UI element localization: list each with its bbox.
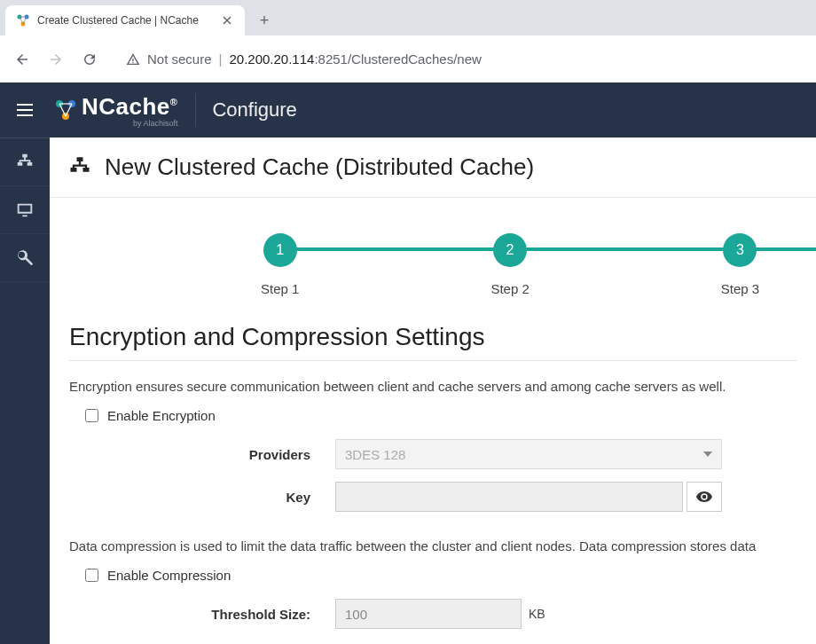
logo[interactable]: NCache® by Alachisoft <box>50 82 192 137</box>
not-secure-icon <box>126 52 140 67</box>
eye-icon <box>696 491 712 502</box>
address-field[interactable]: Not secure | 20.200.20.114:8251/Clustere… <box>115 44 809 75</box>
step-circle: 1 <box>263 233 297 267</box>
enable-compression-checkbox[interactable] <box>85 569 98 582</box>
providers-label: Providers <box>69 447 335 462</box>
monitor-icon <box>15 200 35 220</box>
back-button[interactable] <box>7 44 37 75</box>
encryption-description: Encryption ensures secure communication … <box>69 377 796 396</box>
section-title: Encryption and Compression Settings <box>69 323 796 361</box>
step-label: Step 2 <box>490 281 529 296</box>
compression-description: Data compression is used to limit the da… <box>69 537 796 555</box>
sidebar-item-clustered[interactable] <box>0 138 50 186</box>
step-1[interactable]: 1 Step 1 <box>261 233 299 296</box>
address-host: 20.200.20.114 <box>229 51 314 67</box>
step-label: Step 3 <box>721 281 759 296</box>
sidebar <box>0 137 50 644</box>
page-title: New Clustered Cache (Distributed Cache) <box>105 153 534 181</box>
menu-button[interactable] <box>0 82 50 137</box>
tab-close-icon[interactable] <box>220 13 234 27</box>
threshold-unit: KB <box>529 607 545 621</box>
address-separator: | <box>219 51 223 67</box>
main-content: New Clustered Cache (Distributed Cache) … <box>50 137 816 644</box>
reveal-key-button[interactable] <box>687 482 722 512</box>
reload-button[interactable] <box>75 44 105 75</box>
sidebar-item-local[interactable] <box>0 186 50 234</box>
key-input[interactable] <box>335 482 683 512</box>
step-3[interactable]: 3 Step 3 <box>721 233 759 296</box>
browser-tab[interactable]: Create Clustered Cache | NCache <box>5 5 245 35</box>
tab-favicon-icon <box>16 13 30 27</box>
not-secure-label: Not secure <box>147 51 212 67</box>
enable-encryption-checkbox[interactable] <box>85 409 98 422</box>
step-circle: 3 <box>723 233 757 267</box>
step-circle: 2 <box>493 233 527 267</box>
address-path: :8251/ClusteredCaches/new <box>314 51 481 67</box>
browser-chrome: Create Clustered Cache | NCache + Not se… <box>0 0 816 82</box>
step-2[interactable]: 2 Step 2 <box>490 233 529 296</box>
wrench-icon <box>15 248 35 268</box>
tab-title: Create Clustered Cache | NCache <box>37 14 213 27</box>
enable-encryption-label: Enable Encryption <box>107 408 216 423</box>
svg-line-10 <box>66 104 72 116</box>
tab-bar: Create Clustered Cache | NCache + <box>0 0 816 35</box>
sidebar-item-tools[interactable] <box>0 234 50 282</box>
header-section: Configure <box>212 98 296 122</box>
key-label: Key <box>69 490 335 505</box>
brand-name: NCache <box>82 93 170 120</box>
providers-select[interactable]: 3DES 128 <box>335 439 722 469</box>
address-bar: Not secure | 20.200.20.114:8251/Clustere… <box>0 35 816 82</box>
app-header: NCache® by Alachisoft Configure <box>0 82 816 137</box>
enable-compression-label: Enable Compression <box>107 568 231 583</box>
svg-line-11 <box>59 104 66 116</box>
threshold-input[interactable] <box>335 599 522 629</box>
step-label: Step 1 <box>261 281 299 296</box>
hamburger-icon <box>17 104 33 116</box>
sitemap-icon <box>15 153 35 172</box>
header-divider <box>195 93 196 127</box>
forward-button[interactable] <box>41 44 71 75</box>
threshold-label: Threshold Size: <box>69 607 335 622</box>
page-header: New Clustered Cache (Distributed Cache) <box>50 137 816 193</box>
brand-icon <box>53 98 78 122</box>
stepper: 1 Step 1 2 Step 2 3 Step 3 <box>50 198 816 305</box>
new-tab-button[interactable]: + <box>252 8 277 33</box>
sitemap-icon <box>67 155 92 180</box>
